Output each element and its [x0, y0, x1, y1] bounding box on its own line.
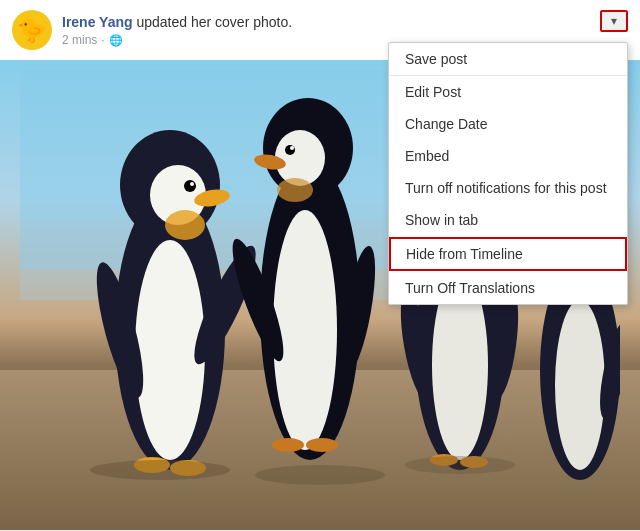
- avatar: 🐤: [12, 10, 52, 50]
- svg-point-8: [184, 180, 196, 192]
- author-name[interactable]: Irene Yang: [62, 14, 133, 30]
- menu-item-turn-off-translations[interactable]: Turn Off Translations: [389, 272, 627, 304]
- menu-item-edit-post[interactable]: Edit Post: [389, 76, 627, 108]
- svg-point-15: [273, 210, 337, 450]
- post-header: 🐤 Irene Yang updated her cover photo. 2 …: [0, 0, 640, 60]
- menu-item-change-date[interactable]: Change Date: [389, 108, 627, 140]
- author-action: updated her cover photo.: [133, 14, 293, 30]
- svg-point-24: [272, 438, 304, 452]
- svg-point-38: [555, 300, 605, 470]
- menu-item-embed[interactable]: Embed: [389, 140, 627, 172]
- svg-point-17: [275, 130, 325, 186]
- post-card: 🐤 Irene Yang updated her cover photo. 2 …: [0, 0, 640, 530]
- svg-point-20: [285, 145, 295, 155]
- svg-point-9: [190, 182, 194, 186]
- svg-point-3: [135, 240, 205, 460]
- menu-item-hide-from-timeline[interactable]: Hide from Timeline: [389, 237, 627, 271]
- avatar-emoji: 🐤: [17, 16, 47, 44]
- svg-point-25: [306, 438, 338, 452]
- chevron-down-icon: ▾: [611, 15, 617, 27]
- svg-point-46: [255, 465, 385, 485]
- svg-point-45: [90, 460, 230, 480]
- svg-point-47: [405, 456, 515, 474]
- menu-item-save-post[interactable]: Save post: [389, 43, 627, 75]
- time-separator: ·: [101, 33, 104, 47]
- post-options-button[interactable]: ▾: [600, 10, 628, 32]
- svg-point-7: [165, 210, 205, 240]
- menu-item-turn-off-notifications[interactable]: Turn off notifications for this post: [389, 172, 627, 204]
- globe-icon: 🌐: [109, 34, 123, 47]
- time-text: 2 mins: [62, 33, 97, 47]
- menu-item-show-in-tab[interactable]: Show in tab: [389, 204, 627, 236]
- post-options-menu: Save post Edit Post Change Date Embed Tu…: [388, 42, 628, 305]
- post-author-line: Irene Yang updated her cover photo.: [62, 13, 628, 31]
- svg-point-21: [290, 146, 294, 150]
- svg-point-19: [277, 178, 313, 202]
